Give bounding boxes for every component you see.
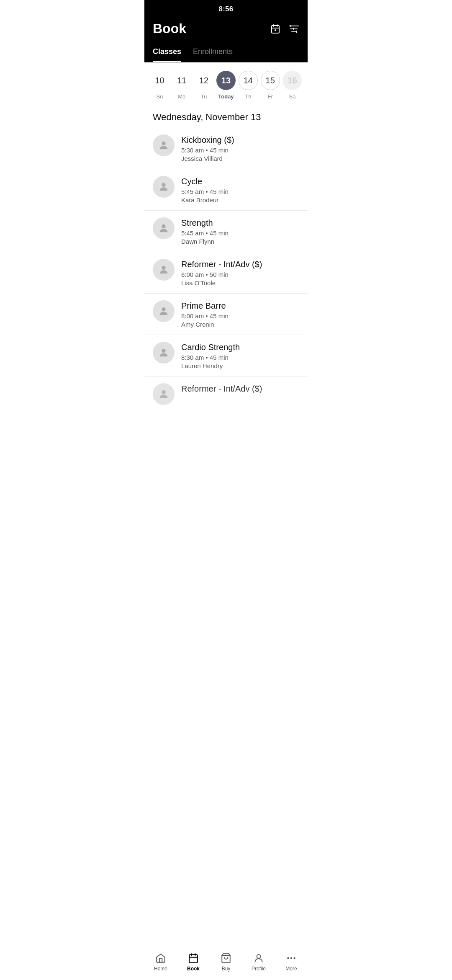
class-time-prime-barre: 8:00 am • 45 min (181, 312, 299, 320)
calendar-day-14[interactable]: 14 Th (238, 71, 259, 100)
class-instructor-kickboxing: Jessica Villiard (181, 155, 299, 162)
day-number-12: 12 (194, 71, 213, 90)
date-heading: Wednesday, November 13 (144, 104, 308, 128)
calendar-day-15[interactable]: 15 Fr (260, 71, 281, 100)
tab-bar: Classes Enrollments (144, 43, 308, 62)
calendar-day-12[interactable]: 12 Tu (193, 71, 214, 100)
class-time-strength: 5:45 am • 45 min (181, 230, 299, 237)
class-item-strength[interactable]: Strength 5:45 am • 45 min Dawn Flynn (144, 211, 308, 252)
day-label-today: Today (218, 93, 234, 100)
class-item-reformer1[interactable]: Reformer - Int/Adv ($) 6:00 am • 50 min … (144, 252, 308, 294)
calendar-day-13[interactable]: 13 Today (216, 71, 236, 100)
calendar-day-10[interactable]: 10 Su (149, 71, 170, 100)
status-bar: 8:56 (144, 0, 308, 17)
day-number-11: 11 (172, 71, 191, 90)
class-info-kickboxing: Kickboxing ($) 5:30 am • 45 min Jessica … (181, 134, 299, 162)
day-number-16: 16 (282, 71, 302, 90)
header-actions (270, 23, 299, 34)
avatar-reformer1 (153, 259, 175, 281)
class-time-cycle: 5:45 am • 45 min (181, 188, 299, 195)
class-name-strength: Strength (181, 218, 299, 228)
day-label-sa: Sa (289, 93, 296, 100)
class-name-cardio-strength: Cardio Strength (181, 343, 299, 352)
status-time: 8:56 (218, 5, 233, 13)
class-name-prime-barre: Prime Barre (181, 301, 299, 311)
day-number-15: 15 (261, 71, 280, 90)
svg-point-12 (162, 183, 165, 187)
class-info-cardio-strength: Cardio Strength 8:30 am • 45 min Lauren … (181, 342, 299, 369)
class-info-reformer2: Reformer - Int/Adv ($) (181, 383, 299, 395)
svg-point-17 (162, 390, 165, 394)
class-info-reformer1: Reformer - Int/Adv ($) 6:00 am • 50 min … (181, 259, 299, 286)
avatar-cardio-strength (153, 342, 175, 364)
page-title: Book (153, 21, 186, 36)
tab-enrollments[interactable]: Enrollments (193, 43, 233, 62)
filter-icon[interactable] (288, 23, 299, 34)
class-time-cardio-strength: 8:30 am • 45 min (181, 354, 299, 361)
svg-point-14 (162, 266, 165, 270)
class-item-cycle[interactable]: Cycle 5:45 am • 45 min Kara Brodeur (144, 169, 308, 211)
day-label-su: Su (156, 93, 163, 100)
header: Book (144, 17, 308, 43)
avatar-reformer2 (153, 383, 175, 405)
calendar-day-16[interactable]: 16 Sa (282, 71, 303, 100)
svg-point-15 (162, 307, 165, 311)
day-number-10: 10 (150, 71, 169, 90)
class-item-cardio-strength[interactable]: Cardio Strength 8:30 am • 45 min Lauren … (144, 335, 308, 377)
class-name-cycle: Cycle (181, 177, 299, 186)
class-instructor-reformer1: Lisa O'Toole (181, 279, 299, 286)
class-name-reformer2: Reformer - Int/Adv ($) (181, 384, 299, 394)
class-item-prime-barre[interactable]: Prime Barre 8:00 am • 45 min Amy Cronin (144, 294, 308, 335)
class-time-reformer1: 6:00 am • 50 min (181, 271, 299, 278)
avatar-cycle (153, 176, 175, 198)
svg-point-13 (162, 224, 165, 228)
svg-point-11 (162, 142, 165, 145)
class-name-kickboxing: Kickboxing ($) (181, 135, 299, 145)
class-item-reformer2[interactable]: Reformer - Int/Adv ($) (144, 377, 308, 412)
class-list: Kickboxing ($) 5:30 am • 45 min Jessica … (144, 128, 308, 412)
class-name-reformer1: Reformer - Int/Adv ($) (181, 260, 299, 269)
class-time-kickboxing: 5:30 am • 45 min (181, 147, 299, 154)
day-label-th: Th (245, 93, 251, 100)
class-instructor-prime-barre: Amy Cronin (181, 321, 299, 328)
avatar-strength (153, 217, 175, 239)
tab-classes[interactable]: Classes (153, 43, 181, 62)
day-number-14: 14 (239, 71, 258, 90)
class-instructor-strength: Dawn Flynn (181, 238, 299, 245)
day-number-13: 13 (216, 71, 236, 90)
calendar-day-11[interactable]: 11 Mo (171, 71, 192, 100)
avatar-prime-barre (153, 300, 175, 322)
class-info-cycle: Cycle 5:45 am • 45 min Kara Brodeur (181, 176, 299, 204)
day-label-mo: Mo (178, 93, 185, 100)
day-label-fr: Fr (268, 93, 273, 100)
class-item-kickboxing[interactable]: Kickboxing ($) 5:30 am • 45 min Jessica … (144, 128, 308, 169)
calendar-icon[interactable] (270, 23, 281, 34)
svg-point-16 (162, 349, 165, 353)
class-instructor-cardio-strength: Lauren Hendry (181, 362, 299, 369)
class-info-strength: Strength 5:45 am • 45 min Dawn Flynn (181, 217, 299, 245)
class-info-prime-barre: Prime Barre 8:00 am • 45 min Amy Cronin (181, 300, 299, 328)
svg-point-4 (275, 29, 276, 31)
avatar-kickboxing (153, 134, 175, 156)
calendar-strip: 10 Su 11 Mo 12 Tu 13 Today 14 Th 15 Fr 1… (144, 62, 308, 104)
day-label-tu: Tu (201, 93, 207, 100)
class-instructor-cycle: Kara Brodeur (181, 196, 299, 204)
